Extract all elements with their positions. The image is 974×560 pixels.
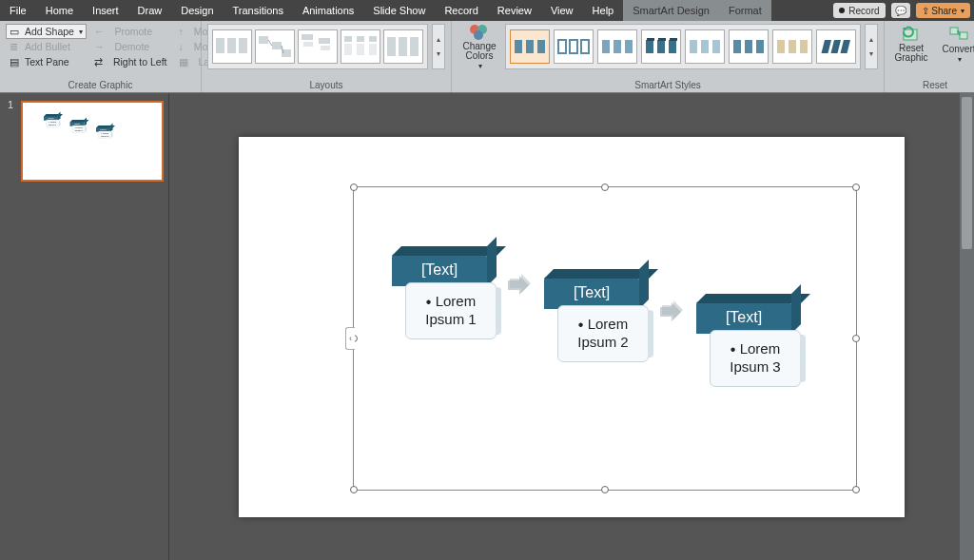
ribbon-group-reset: Reset Graphic Convert▾ Reset ⌄ <box>885 21 974 92</box>
style-option-6[interactable] <box>729 29 769 64</box>
slide[interactable]: ‹ [Text] • Lorem Ipsum 1 [Text] • Lorem … <box>239 137 905 517</box>
smartart-body-3[interactable]: • Lorem Ipsum 3 <box>710 330 801 387</box>
resize-handle-n[interactable] <box>601 183 609 191</box>
convert-button[interactable]: Convert▾ <box>938 24 974 64</box>
svg-rect-1 <box>227 38 236 53</box>
resize-handle-ne[interactable] <box>852 183 860 191</box>
svg-rect-44 <box>756 40 764 53</box>
style-option-2[interactable] <box>554 29 594 64</box>
smartart-title-3[interactable]: [Text] <box>696 301 791 334</box>
smartart-body-text-1: Lorem Ipsum 1 <box>425 293 476 327</box>
add-shape-button[interactable]: ▭Add Shape▾ <box>6 24 87 39</box>
tab-animations[interactable]: Animations <box>293 0 363 21</box>
resize-handle-e[interactable] <box>852 335 860 342</box>
style-option-3[interactable] <box>597 29 637 64</box>
resize-handle-se[interactable] <box>852 486 860 493</box>
svg-rect-28 <box>570 40 577 53</box>
svg-rect-29 <box>581 40 589 53</box>
change-colors-button[interactable]: Change Colors▾ <box>458 24 501 70</box>
scrollbar-thumb[interactable] <box>962 97 972 249</box>
record-button[interactable]: Record <box>833 3 885 18</box>
arrow-right-icon: → <box>94 41 105 52</box>
tab-home[interactable]: Home <box>36 0 83 21</box>
tab-review[interactable]: Review <box>488 0 541 21</box>
add-shape-label: Add Shape <box>25 26 74 37</box>
layouts-gallery-more[interactable]: ▴▾ <box>432 24 445 69</box>
svg-rect-36 <box>647 38 654 41</box>
tab-slideshow[interactable]: Slide Show <box>363 0 435 21</box>
layout-option-5[interactable] <box>383 29 423 64</box>
menu-bar: File Home Insert Draw Design Transitions… <box>0 0 974 21</box>
layout-option-1[interactable] <box>212 29 252 64</box>
chevron-left-icon: ‹ <box>349 334 352 343</box>
smartart-block-1[interactable]: [Text] • Lorem Ipsum 1 <box>392 254 497 339</box>
svg-rect-33 <box>646 40 653 53</box>
text-pane-expand-tab[interactable]: ‹ <box>345 327 355 350</box>
demote-label: Demote <box>114 41 149 52</box>
smartart-title-1[interactable]: [Text] <box>392 254 487 286</box>
svg-rect-30 <box>602 40 610 53</box>
tab-draw[interactable]: Draw <box>128 0 172 21</box>
comments-button[interactable]: 💬 <box>891 3 910 18</box>
svg-rect-47 <box>800 40 808 53</box>
svg-rect-41 <box>712 40 720 53</box>
group-label-layouts: Layouts <box>202 78 451 92</box>
svg-rect-2 <box>239 38 247 53</box>
layout-option-2[interactable] <box>255 29 295 64</box>
svg-rect-32 <box>625 40 633 53</box>
layout-option-4[interactable] <box>341 29 380 64</box>
tab-insert[interactable]: Insert <box>83 0 128 21</box>
add-bullet-icon: ≣ <box>10 41 21 52</box>
arrow-down-icon: ↓ <box>179 41 184 52</box>
share-button[interactable]: ⇪ Share▾ <box>916 3 970 18</box>
style-option-1[interactable] <box>510 29 550 64</box>
svg-rect-27 <box>558 40 566 53</box>
chevron-down-icon: ▾ <box>437 49 440 58</box>
chevron-down-icon: ▾ <box>958 55 962 64</box>
smartart-body-2[interactable]: • Lorem Ipsum 2 <box>557 305 649 362</box>
smartart-block-2[interactable]: [Text] • Lorem Ipsum 2 <box>544 277 649 362</box>
styles-gallery-more[interactable]: ▴▾ <box>865 24 878 69</box>
resize-handle-nw[interactable] <box>350 183 358 191</box>
record-label: Record <box>848 6 879 16</box>
tab-smartart-design[interactable]: SmartArt Design <box>623 0 719 21</box>
smartart-selection-frame[interactable]: ‹ [Text] • Lorem Ipsum 1 [Text] • Lorem … <box>353 186 857 491</box>
right-to-left-button[interactable]: ⇄ Right to Left <box>90 54 171 69</box>
svg-rect-54 <box>960 32 967 39</box>
chevron-up-icon: ▴ <box>869 35 873 44</box>
style-option-5[interactable] <box>685 29 725 64</box>
smartart-body-1[interactable]: • Lorem Ipsum 1 <box>405 282 497 339</box>
tab-record[interactable]: Record <box>435 0 487 21</box>
style-option-7[interactable] <box>772 29 812 64</box>
convert-icon <box>948 24 969 43</box>
tab-file[interactable]: File <box>0 0 36 21</box>
resize-handle-s[interactable] <box>601 486 609 493</box>
tab-help[interactable]: Help <box>583 0 624 21</box>
style-option-8[interactable] <box>816 29 856 64</box>
resize-handle-sw[interactable] <box>350 486 358 493</box>
demote-button[interactable]: → Demote <box>90 39 171 54</box>
chevron-down-icon: ▾ <box>869 49 873 58</box>
promote-button[interactable]: ← Promote <box>90 24 171 39</box>
style-option-4[interactable] <box>641 29 681 64</box>
svg-rect-53 <box>950 28 958 34</box>
reset-graphic-button[interactable]: Reset Graphic <box>890 24 932 63</box>
tab-format[interactable]: Format <box>719 0 771 21</box>
smartart-title-2[interactable]: [Text] <box>544 277 639 309</box>
svg-rect-19 <box>399 37 407 56</box>
text-pane-button[interactable]: ▤Text Pane <box>6 54 87 69</box>
svg-line-6 <box>268 40 272 46</box>
layout-option-3[interactable] <box>298 29 338 64</box>
add-bullet-button[interactable]: ≣Add Bullet <box>6 39 87 54</box>
ribbon: ▭Add Shape▾ ≣Add Bullet ▤Text Pane ← Pro… <box>0 21 974 93</box>
svg-rect-49 <box>831 40 841 53</box>
rtl-icon: ⇄ <box>94 56 103 68</box>
change-colors-label: Change Colors <box>458 42 501 61</box>
slide-thumbnail-1[interactable]: [Text] • Lorem Ipsum 1 [Text] • Lorem Ip… <box>21 101 164 182</box>
smartart-block-3[interactable]: [Text] • Lorem Ipsum 3 <box>696 301 801 387</box>
tab-design[interactable]: Design <box>171 0 223 21</box>
tab-view[interactable]: View <box>541 0 583 21</box>
tab-transitions[interactable]: Transitions <box>224 0 293 21</box>
vertical-scrollbar[interactable] <box>960 93 974 560</box>
slide-thumbnails-panel: 1 [Text] • Lorem Ipsum 1 [Text] • Lorem … <box>0 93 169 560</box>
